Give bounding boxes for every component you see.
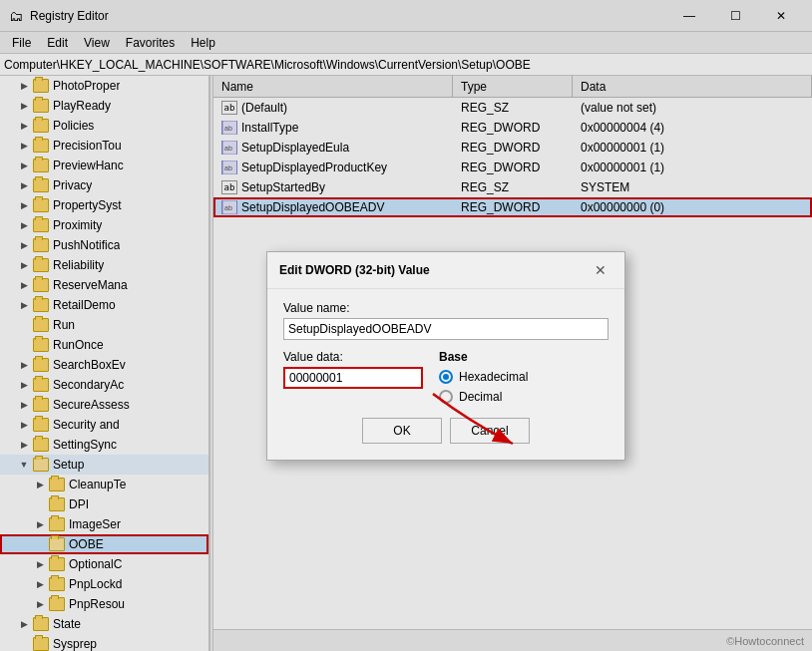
edit-dword-dialog: Edit DWORD (32-bit) Value ✕ Value name: … <box>266 251 625 461</box>
base-label: Base <box>439 350 609 364</box>
radio-group: Hexadecimal Decimal <box>439 370 609 404</box>
radio-decimal[interactable]: Decimal <box>439 390 609 404</box>
modal-body: Value name: Value data: Base Hexadecimal <box>267 289 624 460</box>
modal-col-right: Base Hexadecimal Decimal <box>439 350 609 404</box>
radio-circle-hex <box>439 370 453 384</box>
value-data-input[interactable] <box>283 367 423 389</box>
value-name-input[interactable] <box>283 318 609 340</box>
radio-hexadecimal[interactable]: Hexadecimal <box>439 370 609 384</box>
cancel-button[interactable]: Cancel <box>450 418 530 444</box>
modal-col-left: Value data: <box>283 350 423 404</box>
value-data-label: Value data: <box>283 350 423 364</box>
modal-titlebar: Edit DWORD (32-bit) Value ✕ <box>267 252 624 289</box>
radio-label-hex: Hexadecimal <box>459 370 528 384</box>
radio-label-dec: Decimal <box>459 390 502 404</box>
modal-title: Edit DWORD (32-bit) Value <box>279 263 430 277</box>
ok-button[interactable]: OK <box>362 418 442 444</box>
modal-value-row: Value data: Base Hexadecimal Decimal <box>283 350 609 404</box>
modal-buttons: OK Cancel <box>283 418 609 444</box>
value-name-label: Value name: <box>283 301 609 315</box>
value-name-field: Value name: <box>283 301 609 340</box>
modal-overlay: Edit DWORD (32-bit) Value ✕ Value name: … <box>0 0 812 651</box>
radio-circle-dec <box>439 390 453 404</box>
modal-close-button[interactable]: ✕ <box>589 258 612 282</box>
